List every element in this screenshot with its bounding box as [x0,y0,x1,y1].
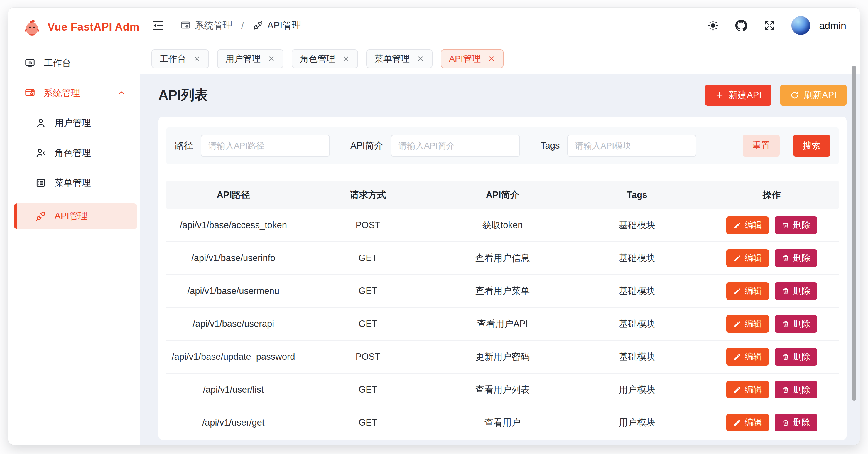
cell-method: GET [301,417,435,428]
cell-tags: 用户模块 [570,384,705,396]
main-area: 系统管理 / API管理 admin 工作台用户管理角色管理菜单管理API管理 [140,8,860,445]
pencil-icon [733,386,741,394]
cell-api-path: /api/v1/user/get [166,417,301,428]
chick-logo-icon [22,18,41,36]
trash-icon [782,419,789,427]
cell-summary: 查看用户菜单 [435,285,570,297]
close-icon[interactable] [417,55,424,62]
delete-button[interactable]: 删除 [775,282,817,300]
tab-workbench[interactable]: 工作台 [151,49,209,68]
table-row: /api/v1/user/getGET查看用户用户模块编辑删除 [166,406,839,439]
create-api-button[interactable]: 新建API [705,85,771,106]
refresh-api-button[interactable]: 刷新API [780,85,846,106]
theme-toggle-sun-icon[interactable] [707,19,719,32]
app-logo[interactable]: Vue FastAPI Admin [8,18,140,36]
edit-button-label: 编辑 [745,219,762,231]
cell-tags: 基础模块 [570,351,705,363]
table-header: API路径请求方式API简介Tags操作 [166,181,839,209]
edit-button-label: 编辑 [745,285,762,297]
edit-button-label: 编辑 [745,417,762,428]
close-icon[interactable] [193,55,201,62]
edit-button[interactable]: 编辑 [726,315,769,333]
delete-button[interactable]: 删除 [775,414,817,431]
plus-icon [715,91,724,100]
delete-button-label: 删除 [793,219,810,231]
sidebar-item-label: 工作台 [44,57,71,69]
sidebar-item-roles[interactable]: 角色管理 [14,143,137,163]
tab-roles[interactable]: 角色管理 [292,49,358,68]
api-table: API路径请求方式API简介Tags操作 /api/v1/base/access… [166,181,839,440]
edit-button[interactable]: 编辑 [726,217,769,234]
delete-button[interactable]: 删除 [775,381,817,398]
close-icon[interactable] [488,55,495,62]
cell-api-path: /api/v1/base/userinfo [166,253,301,263]
sidebar-item-workbench[interactable]: 工作台 [14,53,137,73]
tags-filter-input[interactable] [567,135,696,157]
edit-button[interactable]: 编辑 [726,282,769,300]
tab-label: 用户管理 [225,53,260,65]
cell-method: GET [301,385,435,395]
table-row: /api/v1/base/userinfoGET查看用户信息基础模块编辑删除 [166,242,839,275]
breadcrumb-separator: / [241,20,244,31]
search-button[interactable]: 搜索 [793,135,830,157]
cell-api-path: /api/v1/base/usermenu [166,286,301,296]
close-icon[interactable] [268,55,275,62]
trash-icon [782,353,789,361]
scrollbar[interactable] [852,66,856,401]
delete-button[interactable]: 删除 [775,315,817,333]
menu-fold-icon[interactable] [151,19,165,32]
path-filter-input[interactable] [201,135,330,157]
column-header: API简介 [435,189,570,201]
cell-tags: 基础模块 [570,252,705,264]
reset-button[interactable]: 重置 [743,135,780,157]
sidebar-item-apis[interactable]: API管理 [14,203,137,229]
sidebar-item-system[interactable]: 系统管理 [14,83,137,103]
cell-summary: 查看用户信息 [435,252,570,264]
edit-button[interactable]: 编辑 [726,249,769,267]
tab-menus[interactable]: 菜单管理 [366,49,433,68]
table-body: /api/v1/base/access_tokenPOST获取token基础模块… [166,209,839,440]
cell-method: GET [301,286,435,296]
edit-button[interactable]: 编辑 [726,348,769,366]
cell-method: POST [301,351,435,362]
trash-icon [782,287,789,295]
avatar[interactable] [792,16,810,35]
fullscreen-icon[interactable] [763,19,776,32]
user-icon [35,117,46,129]
table-row: /api/v1/base/usermenuGET查看用户菜单基础模块编辑删除 [166,275,839,308]
sidebar-item-users[interactable]: 用户管理 [14,113,137,133]
cell-summary: 更新用户密码 [435,351,570,363]
username[interactable]: admin [819,20,846,31]
sidebar-menu: 工作台系统管理用户管理角色管理菜单管理API管理 [8,53,140,445]
sidebar-item-menus[interactable]: 菜单管理 [14,173,137,193]
summary-filter-input[interactable] [391,135,520,157]
tab-label: 角色管理 [300,53,335,65]
column-header: API路径 [166,189,301,201]
table-row: /api/v1/user/listGET查看用户列表用户模块编辑删除 [166,373,839,406]
column-header: 操作 [704,189,839,201]
cell-tags: 基础模块 [570,219,705,231]
github-icon[interactable] [735,19,747,32]
trash-icon [782,320,789,328]
tab-users[interactable]: 用户管理 [217,49,283,68]
column-header: Tags [570,190,705,200]
breadcrumb-system[interactable]: 系统管理 [180,19,232,32]
pencil-icon [733,254,741,262]
cell-api-path: /api/v1/base/update_password [166,351,301,362]
delete-button[interactable]: 删除 [775,217,817,234]
delete-button[interactable]: 删除 [775,348,817,366]
content: API列表 新建API 刷新API 路径 [140,74,860,445]
edit-button-label: 编辑 [745,351,762,363]
edit-button[interactable]: 编辑 [726,381,769,398]
edit-button[interactable]: 编辑 [726,414,769,431]
table-row-partial [166,439,839,440]
role-icon [35,147,46,159]
breadcrumb-api[interactable]: API管理 [253,19,301,32]
refresh-icon [790,91,799,100]
api-icon [35,210,46,222]
cell-api-path: /api/v1/user/list [166,385,301,395]
tab-apis[interactable]: API管理 [441,49,503,68]
table-row: /api/v1/base/userapiGET查看用户API基础模块编辑删除 [166,308,839,341]
delete-button[interactable]: 删除 [775,249,817,267]
close-icon[interactable] [342,55,350,62]
